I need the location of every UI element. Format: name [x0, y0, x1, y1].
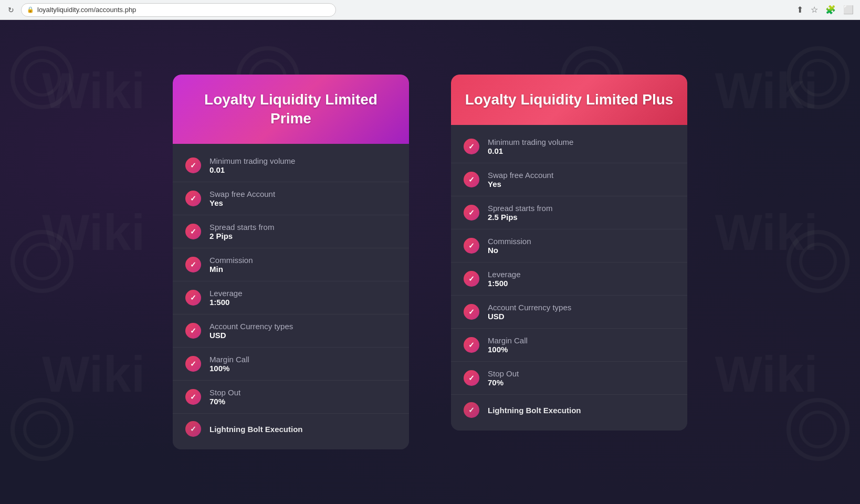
- feature-text-2: Swap free Account Yes: [209, 190, 275, 207]
- feature-label-7: Margin Call: [209, 355, 249, 364]
- plus-card-body: ✓ Minimum trading volume 0.01 ✓ Swap fre…: [451, 125, 687, 430]
- plus-check-icon-3: ✓: [464, 205, 479, 220]
- plus-feature-value-8: 70%: [488, 378, 519, 387]
- prime-margin: ✓ Margin Call 100%: [173, 348, 409, 381]
- check-icon-4: ✓: [185, 257, 201, 272]
- prime-card-body: ✓ Minimum trading volume 0.01 ✓ Swap fre…: [173, 144, 409, 449]
- plus-feature-label-6: Account Currency types: [488, 303, 571, 312]
- plus-feature-text-7: Margin Call 100%: [488, 336, 528, 354]
- lock-icon: 🔒: [27, 6, 34, 13]
- feature-value-1: 0.01: [209, 165, 295, 174]
- plus-card: Loyalty Liquidity Limited Plus ✓ Minimum…: [451, 75, 687, 430]
- plus-leverage: ✓ Leverage 1:500: [451, 262, 687, 296]
- plus-feature-value-7: 100%: [488, 345, 528, 354]
- plus-check-icon-7: ✓: [464, 337, 479, 353]
- plus-commission: ✓ Commission No: [451, 229, 687, 262]
- browser-chrome: ↻ 🔒 loyaltyliquidity.com/accounts.php ⬆ …: [0, 0, 860, 20]
- feature-value-4: Min: [209, 265, 253, 274]
- plus-feature-value-4: No: [488, 246, 531, 255]
- plus-check-icon-6: ✓: [464, 304, 479, 320]
- prime-lightning: ✓ Lightning Bolt Execution: [173, 414, 409, 444]
- check-icon-6: ✓: [185, 323, 201, 339]
- prime-spread: ✓ Spread starts from 2 Pips: [173, 215, 409, 248]
- prime-currency: ✓ Account Currency types USD: [173, 314, 409, 348]
- feature-value-6: USD: [209, 331, 293, 340]
- menu-icon[interactable]: ⬜: [843, 5, 854, 15]
- feature-text-6: Account Currency types USD: [209, 322, 293, 340]
- plus-feature-text-1: Minimum trading volume 0.01: [488, 138, 573, 155]
- feature-label-3: Spread starts from: [209, 223, 274, 232]
- plus-feature-value-9: Lightning Bolt Execution: [488, 406, 581, 415]
- plus-swap-free: ✓ Swap free Account Yes: [451, 163, 687, 196]
- plus-check-icon-9: ✓: [464, 402, 479, 418]
- feature-label-4: Commission: [209, 256, 253, 265]
- bg-text-5: Wiki: [42, 345, 145, 403]
- plus-feature-text-6: Account Currency types USD: [488, 303, 571, 321]
- feature-text-3: Spread starts from 2 Pips: [209, 223, 274, 240]
- plus-feature-label-3: Spread starts from: [488, 204, 552, 213]
- prime-leverage: ✓ Leverage 1:500: [173, 281, 409, 314]
- bg-text-6: Wiki: [715, 345, 819, 403]
- plus-feature-text-4: Commission No: [488, 237, 531, 255]
- share-icon[interactable]: ⬆: [796, 5, 803, 15]
- plus-feature-text-9: Lightning Bolt Execution: [488, 406, 581, 415]
- plus-feature-label-2: Swap free Account: [488, 171, 553, 180]
- plus-feature-label-7: Margin Call: [488, 336, 528, 345]
- prime-min-trading: ✓ Minimum trading volume 0.01: [173, 149, 409, 182]
- check-icon-8: ✓: [185, 389, 201, 405]
- prime-card: Loyalty Liquidity Limited Prime ✓ Minimu…: [173, 75, 409, 450]
- cards-container: Loyalty Liquidity Limited Prime ✓ Minimu…: [173, 75, 687, 450]
- plus-feature-text-3: Spread starts from 2.5 Pips: [488, 204, 552, 222]
- check-icon-1: ✓: [185, 158, 201, 173]
- reload-button[interactable]: ↻: [6, 5, 16, 15]
- feature-label-2: Swap free Account: [209, 190, 275, 198]
- plus-feature-value-6: USD: [488, 312, 571, 321]
- feature-label-1: Minimum trading volume: [209, 156, 295, 165]
- plus-min-trading: ✓ Minimum trading volume 0.01: [451, 130, 687, 163]
- plus-check-icon-5: ✓: [464, 271, 479, 287]
- feature-text-9: Lightning Bolt Execution: [209, 425, 302, 434]
- plus-feature-label-5: Leverage: [488, 270, 521, 279]
- check-icon-3: ✓: [185, 224, 201, 239]
- feature-value-7: 100%: [209, 364, 249, 373]
- plus-check-icon-8: ✓: [464, 370, 479, 386]
- extensions-icon[interactable]: 🧩: [825, 5, 836, 15]
- feature-label-5: Leverage: [209, 289, 243, 298]
- plus-check-icon-4: ✓: [464, 238, 479, 254]
- star-icon[interactable]: ☆: [811, 5, 818, 15]
- watermark-7: [786, 230, 849, 293]
- plus-feature-value-2: Yes: [488, 180, 553, 188]
- feature-value-9: Lightning Bolt Execution: [209, 425, 302, 434]
- watermark-2: [11, 230, 74, 293]
- watermark-8: [786, 398, 849, 461]
- feature-value-5: 1:500: [209, 298, 243, 307]
- prime-card-header: Loyalty Liquidity Limited Prime: [173, 75, 409, 144]
- url-bar[interactable]: 🔒 loyaltyliquidity.com/accounts.php: [21, 3, 336, 17]
- plus-feature-text-2: Swap free Account Yes: [488, 171, 553, 188]
- plus-check-icon-1: ✓: [464, 139, 479, 154]
- prime-stop-out: ✓ Stop Out 70%: [173, 381, 409, 414]
- plus-feature-value-5: 1:500: [488, 279, 521, 288]
- plus-spread: ✓ Spread starts from 2.5 Pips: [451, 196, 687, 229]
- plus-feature-text-5: Leverage 1:500: [488, 270, 521, 288]
- prime-swap-free: ✓ Swap free Account Yes: [173, 182, 409, 215]
- watermark-3: [11, 398, 74, 461]
- feature-text-5: Leverage 1:500: [209, 289, 243, 307]
- plus-stop-out: ✓ Stop Out 70%: [451, 362, 687, 395]
- browser-actions: ⬆ ☆ 🧩 ⬜: [796, 5, 854, 15]
- feature-text-7: Margin Call 100%: [209, 355, 249, 373]
- plus-feature-label-8: Stop Out: [488, 369, 519, 378]
- url-text: loyaltyliquidity.com/accounts.php: [37, 6, 136, 14]
- check-icon-2: ✓: [185, 191, 201, 206]
- feature-label-8: Stop Out: [209, 388, 240, 397]
- plus-feature-value-3: 2.5 Pips: [488, 213, 552, 222]
- check-icon-9: ✓: [185, 421, 201, 437]
- feature-text-8: Stop Out 70%: [209, 388, 240, 406]
- check-icon-7: ✓: [185, 356, 201, 372]
- plus-check-icon-2: ✓: [464, 172, 479, 187]
- check-icon-5: ✓: [185, 290, 201, 306]
- feature-value-8: 70%: [209, 397, 240, 406]
- prime-commission: ✓ Commission Min: [173, 248, 409, 281]
- plus-margin: ✓ Margin Call 100%: [451, 329, 687, 362]
- feature-label-6: Account Currency types: [209, 322, 293, 331]
